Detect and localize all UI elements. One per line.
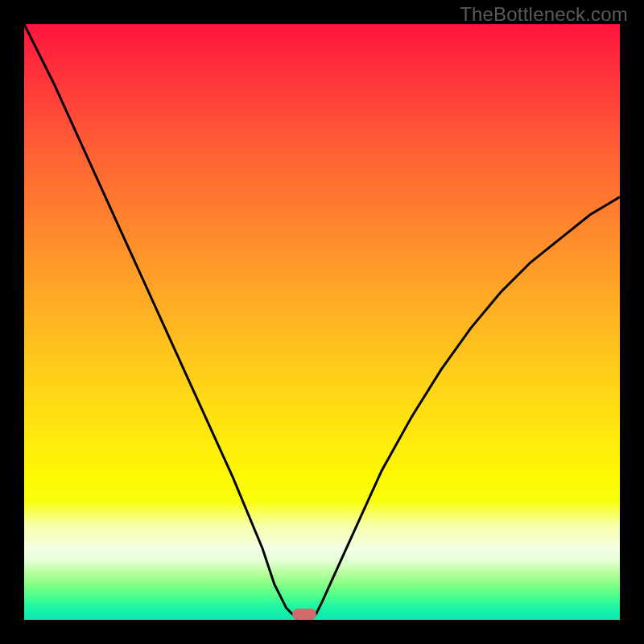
chart-frame: TheBottleneck.com [0,0,644,644]
plot-area [24,24,620,620]
bottleneck-curve [24,24,620,620]
curve-path [24,24,620,620]
optimal-range-marker [292,609,316,620]
watermark-text: TheBottleneck.com [460,3,628,26]
